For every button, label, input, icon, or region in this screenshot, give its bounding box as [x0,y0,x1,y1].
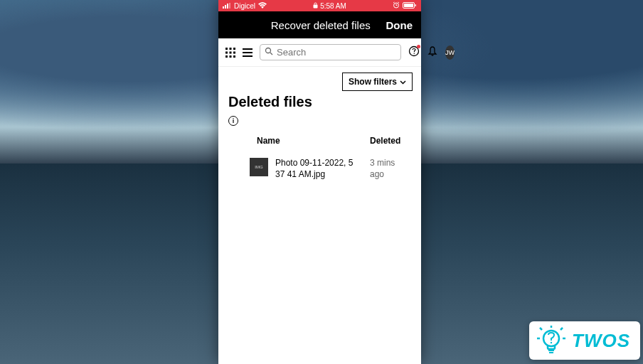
carrier-label: Digicel [234,2,255,10]
svg-point-28 [414,53,415,54]
svg-point-37 [551,342,552,343]
svg-line-33 [540,328,542,330]
search-icon [265,47,273,58]
bell-icon[interactable] [427,46,438,60]
svg-rect-3 [229,3,230,9]
svg-rect-22 [243,48,253,50]
svg-point-25 [266,48,271,53]
svg-rect-13 [225,48,228,50]
svg-rect-4 [314,4,318,8]
svg-rect-2 [227,4,228,9]
info-icon[interactable]: i [228,116,238,126]
svg-rect-19 [225,55,228,58]
svg-rect-18 [233,51,235,53]
nav-title: Recover deleted files [255,19,386,31]
show-filters-button[interactable]: Show filters [342,73,413,91]
page-title: Deleted files [218,91,421,116]
svg-rect-0 [223,6,224,9]
lock-icon [313,2,318,10]
svg-rect-17 [230,51,232,53]
alarm-icon [393,1,400,10]
show-filters-label: Show filters [349,77,397,87]
svg-rect-12 [415,4,417,6]
battery-icon [403,2,417,10]
svg-rect-23 [243,52,253,53]
grid-view-icon[interactable] [225,48,235,58]
twos-badge: TWOS [529,321,640,360]
column-header-deleted[interactable]: Deleted [370,136,411,146]
svg-line-9 [398,2,400,3]
search-input[interactable] [260,44,401,60]
signal-icon [223,2,231,10]
svg-line-26 [270,53,272,55]
table-header: Name Deleted [218,130,421,152]
nav-bar: Recover deleted files Done [218,11,421,38]
search-field[interactable] [277,47,396,58]
file-thumbnail: IMG [250,158,268,176]
svg-rect-15 [233,48,235,50]
svg-rect-1 [225,5,226,9]
twos-label: TWOS [572,330,630,352]
table-row[interactable]: IMG Photo 09-11-2022, 5 37 41 AM.jpg 3 m… [218,152,421,186]
svg-rect-21 [233,55,235,58]
menu-icon[interactable] [243,48,253,57]
column-header-name[interactable]: Name [228,136,370,146]
lightbulb-icon [536,326,566,355]
file-deleted-time: 3 mins ago [370,158,411,180]
svg-rect-24 [243,55,253,57]
file-name: Photo 09-11-2022, 5 37 41 AM.jpg [275,158,363,180]
svg-rect-20 [230,55,232,58]
wifi-icon [258,2,267,10]
svg-line-34 [560,328,563,330]
avatar[interactable]: JW [445,46,455,60]
svg-line-8 [393,2,395,3]
phone-frame: Digicel 5:58 AM Recover deleted files Do… [218,0,421,364]
done-button[interactable]: Done [386,19,413,31]
svg-rect-16 [225,51,228,53]
help-icon[interactable] [408,46,420,60]
status-bar: Digicel 5:58 AM [218,0,421,11]
status-time: 5:58 AM [320,2,346,10]
chevron-down-icon [400,77,406,87]
toolbar: JW [218,38,421,67]
notification-dot [417,45,420,48]
svg-rect-14 [230,48,232,50]
svg-rect-11 [404,4,413,7]
